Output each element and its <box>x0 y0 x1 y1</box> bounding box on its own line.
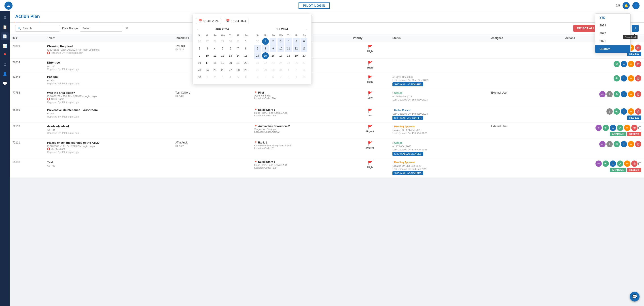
pause-button[interactable]: ⏸ <box>606 91 613 97</box>
search-box[interactable]: 🔍 <box>15 25 60 32</box>
date-range-select[interactable] <box>80 25 122 32</box>
cal-day[interactable]: 16 <box>270 52 276 59</box>
notifications-icon[interactable]: 🔔 <box>622 2 630 9</box>
cal-day[interactable]: 16 <box>196 60 203 66</box>
sidebar-item-profile[interactable]: 👤 <box>1 70 9 78</box>
orange-action-button[interactable]: ✏ <box>624 160 630 167</box>
orange-action-button[interactable]: ✏ <box>628 141 634 147</box>
approve-button[interactable]: APPROVE <box>610 168 626 172</box>
orange-action-button[interactable]: ✏ <box>628 61 634 67</box>
approve-button[interactable]: APPROVE <box>610 132 626 136</box>
sidebar-item-graph[interactable]: 📊 <box>1 42 9 50</box>
orange-action-button[interactable]: ✏ <box>628 108 634 115</box>
view-button[interactable]: 👁 <box>614 91 620 97</box>
edit-button[interactable]: ✏ <box>596 160 602 167</box>
cal-day[interactable]: 3 <box>204 45 211 52</box>
download-action-button[interactable]: ⬇ <box>621 75 627 82</box>
cal-day[interactable]: 7 <box>235 45 242 52</box>
cal-day[interactable]: 7 <box>254 45 261 52</box>
cal-day[interactable]: 2 <box>270 38 276 45</box>
download-button[interactable]: ⬇ <box>632 25 639 32</box>
cal-day[interactable]: 1 <box>242 38 249 45</box>
show-assignees-button[interactable]: SHOW ALL ASSIGNEES <box>392 116 423 120</box>
cal-day[interactable]: 8 <box>262 45 269 52</box>
cal-day[interactable]: 20 <box>227 60 234 66</box>
calendar-end-input[interactable]: 📅 15 Jul 2024 <box>224 18 248 24</box>
clear-date-button[interactable]: ✕ <box>124 25 129 31</box>
cal-day[interactable]: 11 <box>285 45 292 52</box>
cal-day[interactable]: 14 <box>254 52 261 59</box>
download-action-button[interactable]: ⬇ <box>610 160 616 167</box>
cal-day[interactable]: 5 <box>235 74 242 81</box>
cal-day[interactable]: 27 <box>204 38 211 45</box>
col-header-title[interactable]: Title ▾ <box>44 34 173 42</box>
reject-button[interactable]: REJECT <box>627 168 641 172</box>
sidebar-item-chat[interactable]: 💬 <box>1 79 9 87</box>
show-assignees-button[interactable]: SHOW ALL ASSIGNEES <box>392 171 423 175</box>
download-action-button[interactable]: ⬇ <box>621 108 627 115</box>
cal-day-range-end[interactable]: 15 <box>262 52 269 59</box>
cal-day[interactable]: 27 <box>227 67 234 73</box>
cal-day[interactable]: 23 <box>196 67 203 73</box>
cal-day[interactable]: 6 <box>300 38 307 45</box>
cal-day[interactable]: 9 <box>270 45 276 52</box>
cal-day[interactable]: 30 <box>227 38 234 45</box>
red-action-button[interactable]: 🗑 <box>635 91 641 97</box>
share-button[interactable]: ↗ <box>617 125 623 131</box>
cal-day[interactable]: 20 <box>300 52 307 59</box>
cal-day[interactable]: 25 <box>212 67 218 73</box>
cal-day[interactable]: 24 <box>204 67 211 73</box>
cal-day[interactable]: 14 <box>235 52 242 59</box>
download-action-button[interactable]: ⬇ <box>610 125 616 131</box>
dropdown-item-2023[interactable]: 2023 <box>595 22 630 29</box>
red-action-button[interactable]: 🗑 <box>635 108 641 115</box>
edit-button[interactable]: ✏ <box>596 125 602 131</box>
view-button[interactable]: 👁 <box>614 108 620 115</box>
cal-day[interactable]: 5 <box>219 45 226 52</box>
cal-day[interactable]: 28 <box>212 38 218 45</box>
red-action-button[interactable]: 🗑 <box>631 160 638 167</box>
cal-day[interactable]: 13 <box>227 52 234 59</box>
calendar-start-input[interactable]: 📅 01 Jul 2024 <box>196 18 221 24</box>
cal-day[interactable]: 30 <box>196 74 203 81</box>
row-checkbox[interactable] <box>638 162 641 165</box>
orange-action-button[interactable]: ✏ <box>628 75 634 82</box>
cal-day[interactable]: 30 <box>254 38 261 45</box>
sidebar-item-location[interactable]: 📍 <box>1 51 9 59</box>
cal-day[interactable]: 17 <box>204 60 211 66</box>
cal-day[interactable]: 2 <box>212 74 218 81</box>
cal-day[interactable]: 29 <box>242 67 249 73</box>
view-button[interactable]: 👁 <box>614 75 620 82</box>
search-input[interactable] <box>22 27 54 30</box>
cal-day[interactable]: 11 <box>212 52 218 59</box>
download-action-button[interactable]: ⬇ <box>621 91 627 97</box>
show-assignees-button[interactable]: SHOW ALL ASSIGNEES <box>392 152 423 156</box>
sidebar-item-document[interactable]: 📄 <box>1 32 9 40</box>
cal-day[interactable]: 8 <box>242 45 249 52</box>
cal-day[interactable]: 2 <box>196 45 203 52</box>
cal-day[interactable]: 19 <box>219 60 226 66</box>
red-action-button[interactable]: 🗑 <box>635 75 641 82</box>
cal-day[interactable]: 9 <box>196 52 203 59</box>
orange-action-button[interactable]: ✏ <box>624 125 630 131</box>
sidebar-item-dots[interactable]: ⠿ <box>1 14 9 22</box>
cal-day[interactable]: 15 <box>242 52 249 59</box>
next-month-button[interactable]: › <box>304 27 308 31</box>
user-avatar[interactable]: 👤 <box>632 2 640 9</box>
pause-button[interactable]: ⏸ <box>606 108 613 115</box>
prev-month-button[interactable]: ‹ <box>196 27 200 31</box>
cal-day[interactable]: 26 <box>219 67 226 73</box>
cal-day[interactable]: 21 <box>235 60 242 66</box>
cal-day[interactable]: 3 <box>278 38 284 45</box>
edit-button[interactable]: ✏ <box>599 91 606 97</box>
cal-day[interactable]: 26 <box>196 38 203 45</box>
download-action-button[interactable]: ⬇ <box>621 141 627 147</box>
cal-day[interactable]: 6 <box>227 45 234 52</box>
reject-button[interactable]: REJECT <box>627 132 641 136</box>
view-button[interactable]: 👁 <box>614 61 620 67</box>
cal-day[interactable]: 10 <box>204 52 211 59</box>
cal-day[interactable]: 5 <box>293 38 300 45</box>
cal-day[interactable]: 10 <box>278 45 284 52</box>
view-button[interactable]: 👁 <box>603 160 609 167</box>
cal-day-today[interactable]: 1 <box>262 38 269 45</box>
